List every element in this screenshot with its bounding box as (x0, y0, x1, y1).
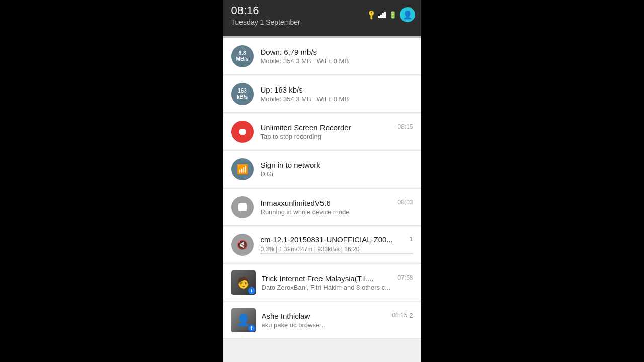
notification-cm-update[interactable]: 🔇 cm-12.1-20150831-UNOFFICIAL-Z00... 1 0… (223, 227, 421, 263)
phone-container: 08:16 Tuesday 1 September 🔑 🔋 👤 (223, 0, 421, 362)
cm-update-progress-fill (261, 253, 261, 254)
fb-ashe-title: Ashe Inthiclaw (262, 312, 388, 320)
down-speed-content: Down: 6.79 mb/s Mobile: 354.3 MB WiFi: 0… (261, 48, 413, 65)
recorder-icon: ⏺ (231, 121, 254, 143)
inmaxx-time: 08:03 (397, 199, 413, 206)
notification-recorder[interactable]: ⏺ Unlimited Screen Recorder 08:15 Tap to… (223, 114, 421, 150)
battery-icon: 🔋 (389, 11, 397, 19)
down-speed-subtitle: Mobile: 354.3 MB WiFi: 0 MB (261, 57, 413, 65)
up-speed-icon: 163kB/s (231, 83, 254, 105)
bar2 (380, 15, 382, 18)
inmaxx-subtitle: Running in whole device mode (261, 208, 413, 216)
recorder-subtitle: Tap to stop recording (261, 133, 413, 140)
user-avatar[interactable]: 👤 (400, 7, 415, 22)
person2-icon: 👤 (236, 314, 250, 327)
inmaxx-content: InmaxxunlimitedV5.6 08:03 Running in who… (261, 199, 413, 216)
bar1 (378, 16, 380, 18)
notification-fb-trick[interactable]: 🧑 f Trick Internet Free Malaysia(T.I....… (223, 264, 421, 301)
wifi-signal-icon: 📶 (237, 164, 248, 175)
cm-update-progress-bar (261, 253, 413, 254)
fb-ashe-subtitle: aku pake uc browser.. (262, 321, 413, 329)
fb-trick-time: 07:58 (397, 274, 413, 281)
down-speed-title-row: Down: 6.79 mb/s (261, 48, 413, 56)
status-bar: 08:16 Tuesday 1 September 🔑 🔋 👤 (223, 0, 421, 36)
up-speed-content: Up: 163 kb/s Mobile: 354.3 MB WiFi: 0 MB (261, 85, 413, 103)
cm-update-badge: 1 (409, 235, 413, 243)
fb-badge-icon: f (248, 287, 255, 294)
fb-trick-title-row: Trick Internet Free Malaysia(T.I.... 07:… (262, 274, 413, 283)
inmaxx-icon (231, 196, 254, 218)
down-speed-title: Down: 6.79 mb/s (261, 48, 413, 56)
cm-update-title-row: cm-12.1-20150831-UNOFFICIAL-Z00... 1 (261, 235, 413, 244)
mute-icon: 🔇 (237, 240, 248, 250)
recorder-time: 08:15 (397, 123, 413, 130)
bar4 (384, 12, 386, 18)
sign-in-content: Sign in to network DiGi (261, 161, 413, 178)
fb-ashe-thumbnail: 👤 f (231, 308, 256, 332)
inmaxx-title: InmaxxunlimitedV5.6 (261, 199, 394, 207)
notification-sign-in[interactable]: 📶 Sign in to network DiGi (223, 151, 421, 188)
cm-update-content: cm-12.1-20150831-UNOFFICIAL-Z00... 1 0.3… (261, 235, 413, 254)
recorder-content: Unlimited Screen Recorder 08:15 Tap to s… (261, 123, 413, 140)
inmaxx-title-row: InmaxxunlimitedV5.6 08:03 (261, 199, 413, 207)
status-left: 08:16 Tuesday 1 September (231, 4, 300, 26)
vpn-key-icon: 🔑 (366, 9, 377, 20)
sign-in-title-row: Sign in to network (261, 161, 413, 169)
fb-trick-thumbnail: 🧑 f (231, 270, 256, 295)
recorder-title-row: Unlimited Screen Recorder 08:15 (261, 123, 413, 132)
notification-fb-ashe[interactable]: 👤 f Ashe Inthiclaw 08:15 2 aku pake uc b… (223, 302, 421, 339)
signal-bars-icon (378, 12, 386, 18)
status-time: 08:16 (231, 4, 300, 17)
sign-in-title: Sign in to network (261, 161, 413, 169)
stop-symbol (238, 203, 247, 211)
fb-ashe-title-row: Ashe Inthiclaw 08:15 2 (262, 312, 413, 320)
notification-list: 6.8MB/s Down: 6.79 mb/s Mobile: 354.3 MB… (223, 38, 421, 362)
cm-update-title: cm-12.1-20150831-UNOFFICIAL-Z00... (261, 235, 408, 244)
down-speed-icon: 6.8MB/s (231, 45, 254, 67)
fb-ashe-content: Ashe Inthiclaw 08:15 2 aku pake uc brows… (262, 312, 413, 329)
fb-trick-subtitle: Dato ZeroxBani, Fitri Hakim and 8 others… (262, 284, 413, 291)
person-icon: 🧑 (236, 276, 250, 289)
fb-trick-content: Trick Internet Free Malaysia(T.I.... 07:… (262, 274, 413, 291)
fb-ashe-badge: 2 (409, 312, 413, 319)
fb-trick-title: Trick Internet Free Malaysia(T.I.... (262, 274, 394, 283)
status-icons: 🔑 🔋 👤 (367, 7, 415, 22)
fb-badge2-icon: f (248, 325, 255, 332)
recorder-symbol: ⏺ (238, 127, 247, 137)
sign-in-icon: 📶 (231, 158, 254, 180)
sign-in-subtitle: DiGi (261, 170, 413, 178)
cm-update-stats: 0.3% | 1.39m/347m | 933kB/s | 16:20 (261, 246, 360, 253)
recorder-title: Unlimited Screen Recorder (261, 123, 394, 132)
avatar-icon: 👤 (403, 10, 413, 20)
cm-update-icon: 🔇 (231, 234, 254, 256)
up-speed-subtitle: Mobile: 354.3 MB WiFi: 0 MB (261, 95, 413, 103)
status-date: Tuesday 1 September (231, 18, 300, 26)
notification-down-speed[interactable]: 6.8MB/s Down: 6.79 mb/s Mobile: 354.3 MB… (223, 38, 421, 75)
notification-up-speed[interactable]: 163kB/s Up: 163 kb/s Mobile: 354.3 MB Wi… (223, 76, 421, 113)
bar3 (382, 13, 384, 18)
up-speed-title: Up: 163 kb/s (261, 85, 413, 94)
notification-inmaxx[interactable]: InmaxxunlimitedV5.6 08:03 Running in who… (223, 189, 421, 226)
cm-update-progress-row: 0.3% | 1.39m/347m | 933kB/s | 16:20 (261, 246, 413, 253)
up-speed-title-row: Up: 163 kb/s (261, 85, 413, 94)
fb-ashe-time: 08:15 (392, 312, 407, 319)
